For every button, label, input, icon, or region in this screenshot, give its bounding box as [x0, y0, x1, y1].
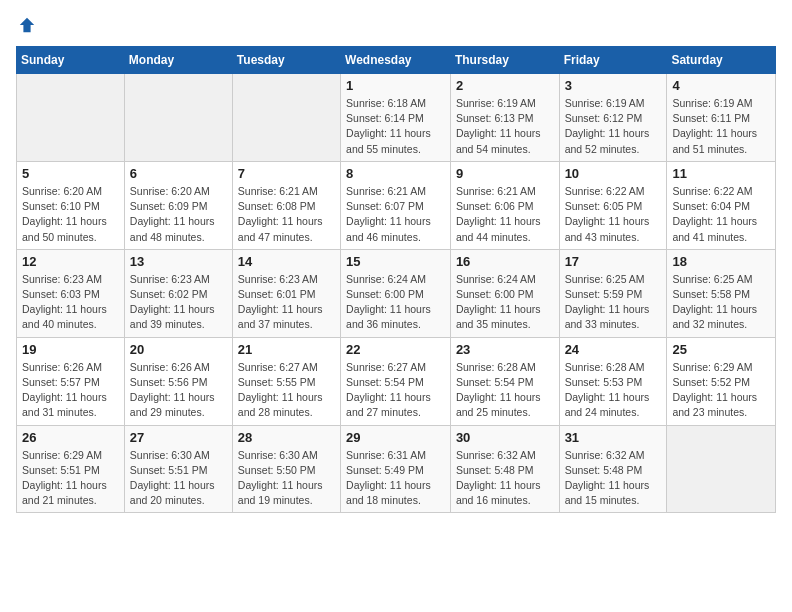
calendar-cell: 12Sunrise: 6:23 AM Sunset: 6:03 PM Dayli… — [17, 249, 125, 337]
calendar-cell: 8Sunrise: 6:21 AM Sunset: 6:07 PM Daylig… — [341, 161, 451, 249]
day-detail: Sunrise: 6:26 AM Sunset: 5:56 PM Dayligh… — [130, 360, 227, 421]
day-number: 31 — [565, 430, 662, 445]
weekday-header: Monday — [124, 47, 232, 74]
day-number: 29 — [346, 430, 445, 445]
weekday-header: Wednesday — [341, 47, 451, 74]
day-detail: Sunrise: 6:21 AM Sunset: 6:07 PM Dayligh… — [346, 184, 445, 245]
day-number: 16 — [456, 254, 554, 269]
day-number: 2 — [456, 78, 554, 93]
calendar-cell — [17, 74, 125, 162]
calendar-cell: 27Sunrise: 6:30 AM Sunset: 5:51 PM Dayli… — [124, 425, 232, 513]
logo-icon — [18, 16, 36, 34]
day-number: 14 — [238, 254, 335, 269]
calendar-cell: 1Sunrise: 6:18 AM Sunset: 6:14 PM Daylig… — [341, 74, 451, 162]
day-detail: Sunrise: 6:30 AM Sunset: 5:50 PM Dayligh… — [238, 448, 335, 509]
weekday-header: Saturday — [667, 47, 776, 74]
calendar-week-row: 26Sunrise: 6:29 AM Sunset: 5:51 PM Dayli… — [17, 425, 776, 513]
day-detail: Sunrise: 6:23 AM Sunset: 6:01 PM Dayligh… — [238, 272, 335, 333]
day-detail: Sunrise: 6:25 AM Sunset: 5:59 PM Dayligh… — [565, 272, 662, 333]
calendar-cell: 20Sunrise: 6:26 AM Sunset: 5:56 PM Dayli… — [124, 337, 232, 425]
calendar-cell: 26Sunrise: 6:29 AM Sunset: 5:51 PM Dayli… — [17, 425, 125, 513]
day-number: 24 — [565, 342, 662, 357]
calendar-cell: 25Sunrise: 6:29 AM Sunset: 5:52 PM Dayli… — [667, 337, 776, 425]
day-detail: Sunrise: 6:18 AM Sunset: 6:14 PM Dayligh… — [346, 96, 445, 157]
day-detail: Sunrise: 6:23 AM Sunset: 6:02 PM Dayligh… — [130, 272, 227, 333]
day-detail: Sunrise: 6:24 AM Sunset: 6:00 PM Dayligh… — [346, 272, 445, 333]
calendar-cell: 14Sunrise: 6:23 AM Sunset: 6:01 PM Dayli… — [232, 249, 340, 337]
day-number: 22 — [346, 342, 445, 357]
day-detail: Sunrise: 6:21 AM Sunset: 6:06 PM Dayligh… — [456, 184, 554, 245]
calendar-cell: 19Sunrise: 6:26 AM Sunset: 5:57 PM Dayli… — [17, 337, 125, 425]
calendar-week-row: 19Sunrise: 6:26 AM Sunset: 5:57 PM Dayli… — [17, 337, 776, 425]
day-detail: Sunrise: 6:21 AM Sunset: 6:08 PM Dayligh… — [238, 184, 335, 245]
calendar-table: SundayMondayTuesdayWednesdayThursdayFrid… — [16, 46, 776, 513]
page-header — [16, 16, 776, 34]
calendar-cell — [667, 425, 776, 513]
day-number: 26 — [22, 430, 119, 445]
day-number: 5 — [22, 166, 119, 181]
day-number: 17 — [565, 254, 662, 269]
day-detail: Sunrise: 6:23 AM Sunset: 6:03 PM Dayligh… — [22, 272, 119, 333]
calendar-cell: 10Sunrise: 6:22 AM Sunset: 6:05 PM Dayli… — [559, 161, 667, 249]
day-detail: Sunrise: 6:19 AM Sunset: 6:13 PM Dayligh… — [456, 96, 554, 157]
weekday-header: Tuesday — [232, 47, 340, 74]
day-detail: Sunrise: 6:22 AM Sunset: 6:04 PM Dayligh… — [672, 184, 770, 245]
calendar-cell: 29Sunrise: 6:31 AM Sunset: 5:49 PM Dayli… — [341, 425, 451, 513]
day-number: 28 — [238, 430, 335, 445]
weekday-header: Sunday — [17, 47, 125, 74]
day-number: 25 — [672, 342, 770, 357]
calendar-cell: 5Sunrise: 6:20 AM Sunset: 6:10 PM Daylig… — [17, 161, 125, 249]
day-number: 19 — [22, 342, 119, 357]
day-number: 23 — [456, 342, 554, 357]
weekday-header: Thursday — [450, 47, 559, 74]
day-detail: Sunrise: 6:28 AM Sunset: 5:53 PM Dayligh… — [565, 360, 662, 421]
calendar-week-row: 1Sunrise: 6:18 AM Sunset: 6:14 PM Daylig… — [17, 74, 776, 162]
day-detail: Sunrise: 6:25 AM Sunset: 5:58 PM Dayligh… — [672, 272, 770, 333]
day-number: 10 — [565, 166, 662, 181]
day-number: 20 — [130, 342, 227, 357]
day-number: 15 — [346, 254, 445, 269]
day-detail: Sunrise: 6:32 AM Sunset: 5:48 PM Dayligh… — [565, 448, 662, 509]
svg-marker-0 — [20, 18, 34, 32]
calendar-header-row: SundayMondayTuesdayWednesdayThursdayFrid… — [17, 47, 776, 74]
calendar-cell: 6Sunrise: 6:20 AM Sunset: 6:09 PM Daylig… — [124, 161, 232, 249]
calendar-cell: 22Sunrise: 6:27 AM Sunset: 5:54 PM Dayli… — [341, 337, 451, 425]
calendar-cell — [124, 74, 232, 162]
day-detail: Sunrise: 6:20 AM Sunset: 6:10 PM Dayligh… — [22, 184, 119, 245]
day-detail: Sunrise: 6:22 AM Sunset: 6:05 PM Dayligh… — [565, 184, 662, 245]
calendar-cell: 28Sunrise: 6:30 AM Sunset: 5:50 PM Dayli… — [232, 425, 340, 513]
calendar-cell: 24Sunrise: 6:28 AM Sunset: 5:53 PM Dayli… — [559, 337, 667, 425]
day-number: 27 — [130, 430, 227, 445]
day-number: 21 — [238, 342, 335, 357]
calendar-cell: 7Sunrise: 6:21 AM Sunset: 6:08 PM Daylig… — [232, 161, 340, 249]
calendar-cell: 30Sunrise: 6:32 AM Sunset: 5:48 PM Dayli… — [450, 425, 559, 513]
calendar-week-row: 5Sunrise: 6:20 AM Sunset: 6:10 PM Daylig… — [17, 161, 776, 249]
day-number: 7 — [238, 166, 335, 181]
logo — [16, 16, 36, 34]
calendar-cell: 2Sunrise: 6:19 AM Sunset: 6:13 PM Daylig… — [450, 74, 559, 162]
calendar-cell: 3Sunrise: 6:19 AM Sunset: 6:12 PM Daylig… — [559, 74, 667, 162]
calendar-cell: 16Sunrise: 6:24 AM Sunset: 6:00 PM Dayli… — [450, 249, 559, 337]
day-detail: Sunrise: 6:20 AM Sunset: 6:09 PM Dayligh… — [130, 184, 227, 245]
calendar-cell: 23Sunrise: 6:28 AM Sunset: 5:54 PM Dayli… — [450, 337, 559, 425]
day-detail: Sunrise: 6:29 AM Sunset: 5:52 PM Dayligh… — [672, 360, 770, 421]
day-detail: Sunrise: 6:28 AM Sunset: 5:54 PM Dayligh… — [456, 360, 554, 421]
day-detail: Sunrise: 6:32 AM Sunset: 5:48 PM Dayligh… — [456, 448, 554, 509]
day-detail: Sunrise: 6:31 AM Sunset: 5:49 PM Dayligh… — [346, 448, 445, 509]
weekday-header: Friday — [559, 47, 667, 74]
day-detail: Sunrise: 6:24 AM Sunset: 6:00 PM Dayligh… — [456, 272, 554, 333]
day-number: 1 — [346, 78, 445, 93]
day-number: 4 — [672, 78, 770, 93]
day-number: 8 — [346, 166, 445, 181]
day-number: 3 — [565, 78, 662, 93]
day-number: 12 — [22, 254, 119, 269]
calendar-cell: 9Sunrise: 6:21 AM Sunset: 6:06 PM Daylig… — [450, 161, 559, 249]
calendar-cell: 18Sunrise: 6:25 AM Sunset: 5:58 PM Dayli… — [667, 249, 776, 337]
calendar-cell: 13Sunrise: 6:23 AM Sunset: 6:02 PM Dayli… — [124, 249, 232, 337]
calendar-cell: 11Sunrise: 6:22 AM Sunset: 6:04 PM Dayli… — [667, 161, 776, 249]
calendar-cell — [232, 74, 340, 162]
calendar-cell: 15Sunrise: 6:24 AM Sunset: 6:00 PM Dayli… — [341, 249, 451, 337]
day-number: 18 — [672, 254, 770, 269]
day-detail: Sunrise: 6:19 AM Sunset: 6:12 PM Dayligh… — [565, 96, 662, 157]
day-detail: Sunrise: 6:30 AM Sunset: 5:51 PM Dayligh… — [130, 448, 227, 509]
